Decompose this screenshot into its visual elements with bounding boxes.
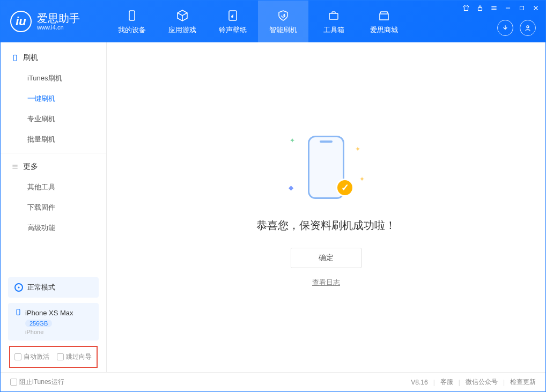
checkbox-skip-guide[interactable]: 跳过向导: [57, 352, 92, 361]
sparkle-icon: ✦: [359, 175, 365, 183]
footer: 阻止iTunes运行 V8.16 | 客服 | 微信公众号 | 检查更新: [1, 372, 545, 391]
svg-rect-8: [17, 309, 20, 315]
body: 刷机 iTunes刷机 一键刷机 专业刷机 批量刷机 更多 其他工具 下载固件 …: [1, 42, 545, 372]
svg-point-7: [18, 286, 19, 288]
maximize-icon[interactable]: [518, 4, 526, 12]
sidebar-item-oneclick[interactable]: 一键刷机: [1, 88, 106, 109]
main-content: ✦ ✦ ◆ ✦ ✓ 恭喜您，保资料刷机成功啦！ 确定 查看日志: [107, 42, 545, 372]
footer-left: 阻止iTunes运行: [10, 378, 64, 387]
app-name: 爱思助手: [37, 12, 80, 24]
sidebar-item-advanced[interactable]: 高级功能: [1, 218, 106, 238]
section-more: 更多: [1, 157, 106, 177]
section-flash: 刷机: [1, 48, 106, 68]
sidebar-item-batch[interactable]: 批量刷机: [1, 129, 106, 150]
shop-icon: [377, 9, 391, 23]
device-phone-icon: [14, 308, 22, 317]
success-illustration: ✦ ✦ ◆ ✦ ✓: [272, 127, 380, 208]
download-button[interactable]: [497, 20, 513, 36]
logo-area: iu 爱思助手 www.i4.cn: [1, 11, 107, 32]
sidebar: 刷机 iTunes刷机 一键刷机 专业刷机 批量刷机 更多 其他工具 下载固件 …: [1, 42, 107, 372]
device-name-row: iPhone XS Max: [14, 308, 92, 317]
tab-store[interactable]: 爱思商城: [359, 1, 409, 42]
app-window: iu 爱思助手 www.i4.cn 我的设备 应用游戏 铃声壁纸 智能刷机: [0, 0, 546, 392]
checkbox-icon: [14, 353, 21, 360]
tab-label: 我的设备: [118, 25, 146, 35]
sidebar-item-itunes[interactable]: iTunes刷机: [1, 68, 106, 88]
section-label: 更多: [23, 162, 38, 172]
minimize-icon[interactable]: [504, 4, 512, 12]
separator: |: [459, 379, 460, 386]
cube-icon: [175, 9, 189, 23]
view-log-link[interactable]: 查看日志: [312, 278, 340, 287]
device-card[interactable]: iPhone XS Max 256GB iPhone: [8, 303, 99, 341]
checkbox-highlight-row: 自动激活 跳过向导: [9, 346, 98, 368]
device-type: iPhone: [25, 329, 92, 335]
shirt-icon[interactable]: [462, 4, 470, 12]
sidebar-item-pro[interactable]: 专业刷机: [1, 109, 106, 129]
music-file-icon: [226, 9, 240, 23]
separator: |: [433, 379, 435, 386]
section-label: 刷机: [23, 53, 38, 63]
side-menu: 刷机 iTunes刷机 一键刷机 专业刷机 批量刷机 更多 其他工具 下载固件 …: [1, 42, 106, 272]
list-small-icon: [11, 163, 19, 171]
close-icon[interactable]: [532, 4, 540, 12]
checkbox-auto-activate[interactable]: 自动激活: [14, 352, 49, 361]
app-logo-text: 爱思助手 www.i4.cn: [37, 12, 80, 31]
status-label: 正常模式: [27, 283, 55, 292]
svg-rect-4: [520, 6, 524, 10]
tab-mydevice[interactable]: 我的设备: [107, 1, 157, 42]
checkmark-badge-icon: ✓: [336, 179, 354, 197]
footer-right: V8.16 | 客服 | 微信公众号 | 检查更新: [411, 378, 536, 387]
svg-rect-2: [329, 13, 338, 19]
tab-label: 工具箱: [323, 25, 344, 35]
checkbox-icon: [57, 353, 64, 360]
header-right-buttons: [497, 20, 536, 36]
ok-button[interactable]: 确定: [291, 248, 361, 268]
divider: [1, 153, 106, 153]
sidebar-item-firmware[interactable]: 下载固件: [1, 197, 106, 218]
checkbox-icon: [10, 379, 17, 386]
tab-flash[interactable]: 智能刷机: [258, 1, 308, 42]
tab-label: 应用游戏: [168, 25, 196, 35]
phone-small-icon: [11, 54, 19, 62]
app-domain: www.i4.cn: [37, 24, 80, 31]
refresh-shield-icon: [276, 9, 290, 23]
footer-link-wechat[interactable]: 微信公众号: [466, 378, 498, 387]
svg-point-5: [527, 26, 529, 28]
user-button[interactable]: [520, 20, 536, 36]
sparkle-icon: ✦: [290, 137, 295, 144]
briefcase-icon: [327, 9, 341, 23]
header: iu 爱思助手 www.i4.cn 我的设备 应用游戏 铃声壁纸 智能刷机: [1, 1, 545, 42]
checkbox-label: 跳过向导: [66, 352, 92, 361]
footer-link-service[interactable]: 客服: [440, 378, 453, 387]
sparkle-icon: ◆: [289, 184, 293, 191]
svg-rect-6: [13, 55, 17, 61]
status-card[interactable]: 正常模式: [8, 277, 99, 298]
sidebar-item-othertools[interactable]: 其他工具: [1, 177, 106, 197]
phone-icon: [125, 9, 139, 23]
tab-ringtones[interactable]: 铃声壁纸: [208, 1, 258, 42]
sparkle-icon: ✦: [355, 145, 360, 153]
window-controls-top: [462, 4, 540, 12]
separator: |: [503, 379, 505, 386]
lock-icon[interactable]: [476, 4, 484, 12]
checkbox-block-itunes[interactable]: 阻止iTunes运行: [10, 378, 64, 387]
checkbox-label: 阻止iTunes运行: [19, 378, 64, 387]
device-storage-badge: 256GB: [25, 320, 52, 327]
status-dot-icon: [14, 283, 23, 292]
nav-tabs: 我的设备 应用游戏 铃声壁纸 智能刷机 工具箱 爱思商城: [107, 1, 409, 42]
device-name: iPhone XS Max: [25, 309, 73, 317]
footer-link-update[interactable]: 检查更新: [510, 378, 536, 387]
tab-apps[interactable]: 应用游戏: [157, 1, 208, 42]
checkbox-label: 自动激活: [24, 352, 49, 361]
svg-rect-3: [478, 8, 482, 10]
tab-label: 爱思商城: [370, 25, 398, 35]
version-label: V8.16: [411, 379, 427, 386]
success-title: 恭喜您，保资料刷机成功啦！: [256, 218, 396, 233]
tab-label: 智能刷机: [269, 25, 297, 35]
sidebar-bottom: 正常模式 iPhone XS Max 256GB iPhone 自动激活: [1, 272, 106, 372]
tab-toolbox[interactable]: 工具箱: [308, 1, 359, 42]
menu-icon[interactable]: [490, 4, 498, 12]
tab-label: 铃声壁纸: [219, 25, 247, 35]
svg-rect-0: [129, 11, 135, 20]
